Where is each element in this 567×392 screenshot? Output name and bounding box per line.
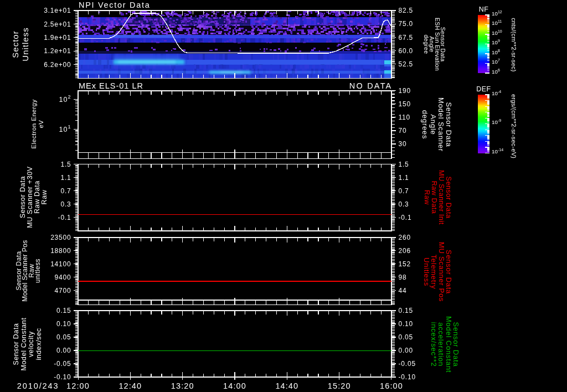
- svg-text:75.0: 75.0: [399, 20, 414, 28]
- svg-text:60.0: 60.0: [399, 47, 414, 55]
- svg-text:MU Scanner +30V: MU Scanner +30V: [26, 166, 34, 228]
- svg-text:Sensor Data: Sensor Data: [19, 176, 27, 218]
- svg-text:MEx ELS-01 LR: MEx ELS-01 LR: [79, 81, 143, 90]
- svg-text:velocity: velocity: [27, 331, 35, 357]
- svg-text:2010/243: 2010/243: [17, 381, 59, 390]
- svg-text:3.1e+01: 3.1e+01: [44, 7, 71, 14]
- svg-text:190: 190: [399, 87, 411, 95]
- svg-text:-0.05: -0.05: [54, 360, 71, 368]
- svg-text:12:00: 12:00: [66, 381, 90, 390]
- svg-text:0.15: 0.15: [399, 307, 414, 314]
- svg-text:Sector: Sector: [11, 30, 20, 58]
- svg-text:-0.1: -0.1: [58, 214, 71, 221]
- svg-text:70: 70: [399, 127, 407, 135]
- svg-text:15:20: 15:20: [328, 381, 351, 390]
- svg-text:NF: NF: [479, 6, 489, 13]
- svg-text:14100: 14100: [50, 260, 71, 268]
- svg-text:1.5: 1.5: [60, 161, 71, 168]
- svg-text:0.00: 0.00: [56, 347, 71, 354]
- svg-text:206: 206: [399, 247, 411, 255]
- svg-text:unitless: unitless: [34, 259, 42, 283]
- svg-text:Raw: Raw: [40, 189, 48, 204]
- svg-text:Raw: Raw: [423, 190, 431, 205]
- svg-text:1.9e+01: 1.9e+01: [44, 34, 71, 42]
- svg-text:Sensor Data: Sensor Data: [12, 323, 20, 365]
- svg-text:14:00: 14:00: [223, 381, 246, 390]
- svg-text:MU Scanner Init: MU Scanner Init: [437, 170, 445, 225]
- svg-text:cnts/(cm**2-sr-sec): cnts/(cm**2-sr-sec): [511, 18, 517, 71]
- svg-text:16:00: 16:00: [380, 381, 403, 390]
- svg-text:23500: 23500: [50, 234, 71, 241]
- svg-text:13:20: 13:20: [171, 381, 194, 390]
- svg-text:Sensor Data: Sensor Data: [445, 102, 453, 147]
- svg-text:9400: 9400: [55, 274, 71, 281]
- svg-text:-0.05: -0.05: [399, 360, 416, 368]
- svg-text:0.7: 0.7: [399, 187, 409, 195]
- svg-text:0.7: 0.7: [60, 187, 71, 195]
- svg-text:1.1: 1.1: [399, 174, 409, 182]
- svg-text:0.10: 0.10: [56, 320, 71, 328]
- svg-text:0.05: 0.05: [56, 333, 71, 341]
- svg-text:Sensor Data: Sensor Data: [445, 176, 452, 218]
- svg-text:degree: degree: [423, 34, 430, 54]
- svg-text:degrees: degrees: [421, 110, 429, 140]
- svg-text:44: 44: [399, 287, 407, 295]
- svg-text:-0.1: -0.1: [399, 214, 412, 221]
- svg-text:Raw Data: Raw Data: [33, 180, 41, 214]
- svg-text:67.5: 67.5: [399, 34, 414, 42]
- svg-text:0.3: 0.3: [60, 200, 71, 208]
- svg-text:14:40: 14:40: [275, 381, 298, 390]
- svg-text:152: 152: [399, 260, 411, 268]
- svg-text:0.00: 0.00: [399, 347, 414, 354]
- svg-text:index/sec: index/sec: [35, 328, 43, 360]
- svg-text:0.15: 0.15: [56, 307, 71, 314]
- svg-text:Raw Data: Raw Data: [430, 181, 438, 214]
- svg-text:incex/sec**2: incex/sec**2: [430, 322, 438, 367]
- svg-text:Angle: Angle: [429, 114, 437, 135]
- svg-text:Model Scanner: Model Scanner: [437, 97, 445, 152]
- svg-text:-0.10: -0.10: [399, 373, 416, 381]
- svg-text:98: 98: [399, 274, 407, 281]
- svg-text:Unitless: Unitless: [422, 257, 431, 286]
- svg-text:12:40: 12:40: [118, 381, 142, 390]
- svg-text:150: 150: [399, 100, 411, 108]
- svg-text:0.3: 0.3: [399, 200, 409, 208]
- svg-text:NO DATA: NO DATA: [349, 81, 393, 90]
- svg-text:eV: eV: [38, 120, 44, 128]
- svg-text:1.1: 1.1: [60, 174, 71, 182]
- svg-text:2.5e+01: 2.5e+01: [44, 20, 71, 28]
- svg-text:DEF: DEF: [476, 85, 491, 93]
- svg-text:0.10: 0.10: [399, 320, 414, 328]
- svg-text:Electron Energy: Electron Energy: [30, 99, 37, 148]
- svg-text:52.5: 52.5: [399, 60, 414, 68]
- svg-text:18800: 18800: [50, 247, 71, 255]
- svg-text:82.5: 82.5: [399, 7, 414, 14]
- svg-text:ergs/(cm**2-sr-sec-eV): ergs/(cm**2-sr-sec-eV): [511, 94, 517, 158]
- svg-text:-0.10: -0.10: [54, 373, 71, 381]
- svg-text:4700: 4700: [55, 287, 71, 295]
- svg-text:NPI Vector Data: NPI Vector Data: [79, 1, 150, 9]
- svg-text:1.5: 1.5: [399, 161, 409, 168]
- svg-text:260: 260: [399, 234, 411, 241]
- svg-text:30: 30: [399, 140, 407, 148]
- svg-text:Unitless: Unitless: [20, 27, 30, 61]
- svg-text:110: 110: [399, 114, 411, 121]
- svg-text:0.05: 0.05: [399, 333, 414, 341]
- svg-text:1.2e+01: 1.2e+01: [44, 47, 71, 55]
- svg-text:Model Constant: Model Constant: [20, 318, 28, 371]
- svg-text:6.2e+00: 6.2e+00: [44, 61, 71, 69]
